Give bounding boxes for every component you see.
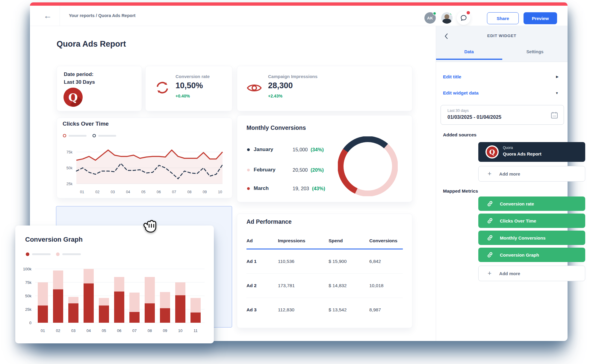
svg-text:01: 01 [41,328,45,333]
back-button[interactable]: ← [41,10,55,22]
metric-button-conversion-rate[interactable]: Conversion rate [478,197,585,211]
date-range-value: 01/03/2025 - 01/04/2025 [447,114,501,120]
conversion-bar-chart: 100k75k50k25k00102030405060708091011 [16,261,213,337]
stat-label: Conversion rate [176,74,210,79]
svg-text:100k: 100k [23,267,32,271]
link-icon [487,252,493,258]
comments-button[interactable] [457,11,471,25]
column-header-impressions: Impressions [278,238,329,243]
month-label: February [254,167,293,173]
share-button[interactable]: Share [487,12,519,24]
link-icon [487,200,493,207]
table-cell: 110,536 [278,259,329,264]
month-value: 19, 203 (43%) [293,186,325,191]
edit-title-link[interactable]: Edit title [443,74,461,80]
tab-settings[interactable]: Settings [502,49,568,54]
calendar-icon[interactable] [550,111,558,119]
widget-conversion-rate[interactable]: Conversion rate 10,50% +0.40% [145,66,232,111]
svg-text:10: 10 [178,328,182,333]
svg-text:04: 04 [87,328,91,333]
conversion-graph-title: Conversion Graph [25,236,83,243]
online-dot [450,12,453,15]
edit-widget-data-link[interactable]: Edit widget data [443,90,479,96]
table-cell: 173,781 [278,283,329,288]
svg-text:03: 03 [71,328,75,333]
breadcrumb[interactable]: Your reports / Quora Ads Report [69,13,135,18]
date-range-label: Last 30 days [447,109,469,113]
online-dot [433,12,436,15]
notification-dot [467,11,470,14]
svg-text:75k: 75k [25,280,31,285]
stat-delta: +2.43% [268,94,282,98]
grab-cursor-icon [140,217,159,236]
table-cell: $ 13,542 [329,307,369,313]
clicks-line-chart: 75k50k25k01020304050607080910 [57,132,230,197]
monthly-item-march: March19, 203 (43%) [247,185,325,191]
metric-button-monthly-conversions[interactable]: Monthly Conversions [478,231,585,245]
table-cell: 10,018 [369,283,403,288]
svg-text:05: 05 [102,328,106,333]
stat-value: 28,300 [268,81,293,90]
refresh-icon [155,80,170,95]
avatar-person-icon [444,14,449,19]
tab-data[interactable]: Data [436,49,502,54]
svg-text:75k: 75k [66,150,73,154]
widget-date-period[interactable]: Date period: Last 30 Days Q [57,66,142,111]
source-name: Quora Ads Report [503,151,541,156]
arrow-left-icon: ← [43,11,52,21]
month-value: 15,000 (34%) [293,147,324,153]
table-cell: 8,987 [369,307,403,313]
table-row: Ad 2173,781$ 14,83210,018 [246,274,403,298]
svg-text:0: 0 [29,321,31,325]
clicks-chart-title: Clicks Over Time [63,121,109,127]
table-header-row: AdImpressionsSpendConversions [246,238,403,243]
source-card-quora[interactable]: Q Quora Quora Ads Report [478,142,585,162]
table-row: Ad 1110,536$ 15,9006,842 [246,249,403,274]
table-cell: Ad 2 [246,283,278,288]
table-row: Ad 3112,830$ 13,5428,987 [246,298,403,322]
link-icon [487,217,493,224]
svg-text:25k: 25k [25,307,31,312]
quora-logo-icon: Q [63,88,83,107]
svg-text:08: 08 [187,190,191,194]
table-cell: $ 14,832 [329,283,369,288]
date-range-field[interactable]: Last 30 days 01/03/2025 - 01/04/2025 [441,105,564,125]
column-header-ad: Ad [246,238,278,243]
sidebar-title: EDIT WIDGET [436,33,568,38]
svg-text:50k: 50k [25,294,31,298]
widget-campaign-impressions[interactable]: Campaign Impressions 28,300 +2.43% [237,66,412,111]
avatar-photo[interactable] [441,12,453,24]
ad-performance-title: Ad Performance [246,218,292,225]
svg-text:01: 01 [80,190,84,194]
svg-text:50k: 50k [66,166,73,170]
svg-text:10: 10 [218,190,222,194]
chevron-right-icon[interactable]: ▶ [556,75,559,79]
series-dot [247,187,250,190]
svg-text:06: 06 [157,190,161,194]
avatar-ak[interactable]: AK [424,12,436,24]
add-metric-button[interactable]: + Add more [478,266,585,281]
metric-button-conversion-graph[interactable]: Conversion Graph [478,248,585,262]
stat-value: 10,50% [176,81,203,90]
widget-conversion-graph[interactable]: Conversion Graph 100k75k50k25k0010203040… [15,226,214,343]
quora-logo-icon: Q [485,145,499,159]
add-source-button[interactable]: + Add more [478,166,585,182]
ad-performance-table: AdImpressionsSpendConversions Ad 1110,53… [246,238,403,322]
added-sources-label: Added sources [443,132,477,138]
speech-bubble-icon [460,14,467,22]
mapped-metrics-label: Mapped Metrics [443,188,478,194]
svg-text:09: 09 [163,328,167,333]
active-tab-underline [436,59,502,60]
stat-label: Campaign Impressions [268,74,317,79]
metric-button-clicks-over-time[interactable]: Clicks Over Time [478,214,585,228]
sidebar-header: EDIT WIDGET Data Settings [436,26,568,62]
header-bar: ← Your reports / Quora Ads Report AK Sha… [30,6,568,26]
column-header-spend: Spend [329,238,369,243]
table-cell: Ad 3 [246,307,278,313]
preview-button[interactable]: Preview [524,12,557,24]
avatar-initials: AK [427,16,433,20]
chevron-down-icon[interactable]: ▼ [555,91,559,95]
svg-text:03: 03 [111,190,115,194]
stat-delta: +0.40% [176,94,190,98]
svg-text:07: 07 [132,328,137,333]
